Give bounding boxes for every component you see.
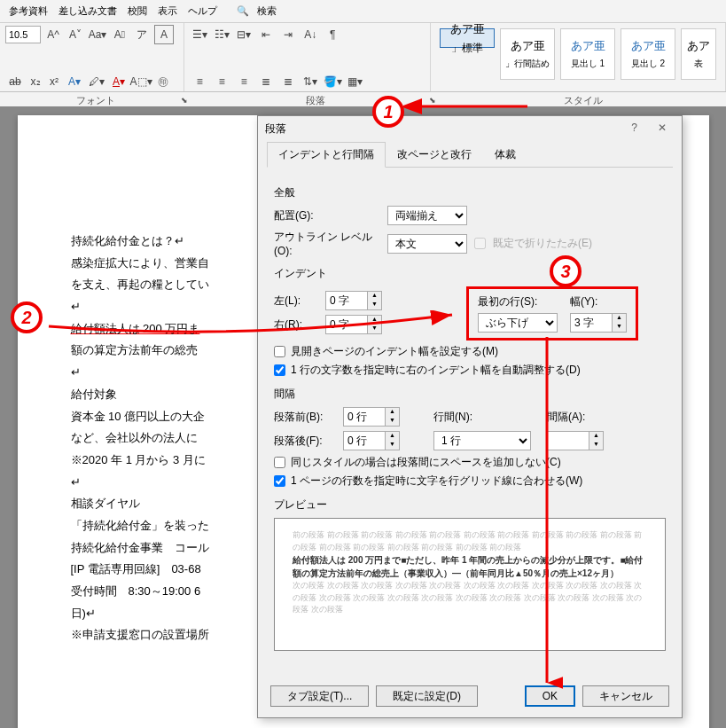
superscript-icon[interactable]: x² <box>46 72 62 91</box>
collapse-label: 既定で折りたたみ(E) <box>493 236 592 251</box>
strikethrough-icon[interactable]: ab <box>5 72 25 91</box>
borders-icon[interactable]: ▦▾ <box>345 72 364 91</box>
tabs-button[interactable]: タブ設定(T)... <box>270 685 369 707</box>
menu-item[interactable]: 表示 <box>152 2 183 20</box>
phonetic-icon[interactable]: ア <box>132 25 152 44</box>
dialog-launcher-icon[interactable]: ⬊ <box>181 96 188 105</box>
dialog-title: 段落 <box>265 121 286 137</box>
align-right-icon[interactable]: ≡ <box>234 72 254 91</box>
collapse-checkbox <box>474 238 486 249</box>
menu-item[interactable]: 参考資料 <box>4 2 53 20</box>
decrease-font-icon[interactable]: A˅ <box>66 25 85 44</box>
width-input[interactable] <box>570 313 613 333</box>
left-label: 左(L): <box>274 294 318 309</box>
enclose-char-icon[interactable]: ㊞ <box>153 72 173 91</box>
char-shading-icon[interactable]: A⬚▾ <box>131 72 151 91</box>
style-more[interactable]: あア表 <box>681 28 716 80</box>
preview-box: 前の段落 前の段落 前の段落 前の段落 前の段落 前の段落 前の段落 前の段落 … <box>274 518 666 651</box>
help-icon[interactable]: ? <box>622 121 647 134</box>
ribbon: A^ A˅ Aa▾ A⃠ ア A ab x₂ x² A▾ 🖊▾ A▾ A⬚▾ ㊞… <box>0 23 726 92</box>
section-indent: インデント <box>274 266 666 281</box>
close-icon[interactable]: ✕ <box>650 121 675 134</box>
before-input[interactable] <box>343 407 386 427</box>
linesp-select[interactable]: 1 行 <box>433 431 531 450</box>
change-case-icon[interactable]: Aa▾ <box>88 25 107 44</box>
nospace-checkbox[interactable] <box>274 457 285 468</box>
style-nospacing[interactable]: あア亜」行間詰め <box>500 28 555 80</box>
cancel-button[interactable]: キャンセル <box>582 685 669 707</box>
justify-icon[interactable]: ≣ <box>256 72 276 91</box>
style-normal[interactable]: あア亜」標準 <box>440 28 495 48</box>
bullets-icon[interactable]: ☰▾ <box>190 25 209 44</box>
linesp-label: 行間(N): <box>433 410 487 425</box>
align-select[interactable]: 両端揃え <box>387 206 467 225</box>
firstline-highlight: 最初の行(S): ぶら下げ 幅(Y): ▲▼ <box>466 286 638 341</box>
after-label: 段落後(F): <box>274 434 336 449</box>
sort-icon[interactable]: A↓ <box>301 25 320 44</box>
firstline-select[interactable]: ぶら下げ <box>478 313 558 333</box>
grid-checkbox[interactable] <box>274 475 285 487</box>
tab-pagebreak[interactable]: 改ページと改行 <box>386 142 483 167</box>
font-color-icon[interactable]: A▾ <box>109 72 129 91</box>
section-preview: プレビュー <box>274 497 666 513</box>
subscript-icon[interactable]: x₂ <box>27 72 43 91</box>
font-size-input[interactable] <box>5 26 41 43</box>
paragraph-dialog: 段落 ? ✕ インデントと行間隔 改ページと改行 体裁 全般 配置(G): 両端… <box>257 115 683 718</box>
style-heading2[interactable]: あア亜見出し 2 <box>621 28 675 80</box>
increase-font-icon[interactable]: A^ <box>43 25 63 44</box>
multilevel-icon[interactable]: ⊟▾ <box>234 25 254 44</box>
right-label: 右(R): <box>274 317 318 333</box>
ok-button[interactable]: OK <box>525 685 575 707</box>
menubar: 参考資料 差し込み文書 校閲 表示 ヘルプ 🔍 検索 <box>0 0 726 23</box>
default-button[interactable]: 既定に設定(D) <box>376 685 478 707</box>
tab-indent-spacing[interactable]: インデントと行間隔 <box>267 142 386 168</box>
left-input[interactable] <box>325 291 368 310</box>
numbering-icon[interactable]: ☷▾ <box>212 25 231 44</box>
line-spacing-icon[interactable]: ⇅▾ <box>301 72 320 91</box>
shading-icon[interactable]: 🪣▾ <box>323 72 342 91</box>
increase-indent-icon[interactable]: ⇥ <box>278 25 298 44</box>
enclose-icon[interactable]: A <box>154 25 174 44</box>
style-heading1[interactable]: あア亜見出し 1 <box>560 28 615 80</box>
align-left-icon[interactable]: ≡ <box>190 72 209 91</box>
mirror-checkbox[interactable] <box>274 346 285 357</box>
outline-select[interactable]: 本文 <box>387 234 467 254</box>
menu-item[interactable]: 差し込み文書 <box>53 2 122 20</box>
outline-label: アウトライン レベル(O): <box>274 230 380 257</box>
firstline-label: 最初の行(S): <box>478 294 558 309</box>
annotation-circle-2: 2 <box>11 301 43 333</box>
menu-item[interactable]: 校閲 <box>122 2 152 20</box>
show-marks-icon[interactable]: ¶ <box>323 25 342 44</box>
right-input[interactable] <box>325 315 368 334</box>
highlight-icon[interactable]: 🖊▾ <box>87 72 106 91</box>
search-icon[interactable]: 🔍 検索 <box>231 2 287 20</box>
clear-format-icon[interactable]: A⃠ <box>110 25 129 44</box>
distribute-icon[interactable]: ≣ <box>278 72 298 91</box>
width-label: 幅(Y): <box>570 294 627 309</box>
annotation-circle-3: 3 <box>550 255 582 287</box>
menu-item[interactable]: ヘルプ <box>183 2 222 20</box>
after-input[interactable] <box>343 431 386 450</box>
section-spacing: 間隔 <box>274 387 666 402</box>
at-label: 間隔(A): <box>547 410 600 425</box>
tab-asian[interactable]: 体裁 <box>483 142 527 167</box>
dialog-launcher-icon[interactable]: ⬊ <box>429 96 436 105</box>
at-input[interactable] <box>547 431 589 450</box>
autowidth-checkbox[interactable] <box>274 364 285 376</box>
annotation-circle-1: 1 <box>372 96 404 128</box>
before-label: 段落前(B): <box>274 410 336 425</box>
align-center-icon[interactable]: ≡ <box>212 72 231 91</box>
text-effect-icon[interactable]: A▾ <box>65 72 84 91</box>
align-label: 配置(G): <box>274 208 380 223</box>
section-general: 全般 <box>274 185 666 200</box>
decrease-indent-icon[interactable]: ⇤ <box>256 25 276 44</box>
